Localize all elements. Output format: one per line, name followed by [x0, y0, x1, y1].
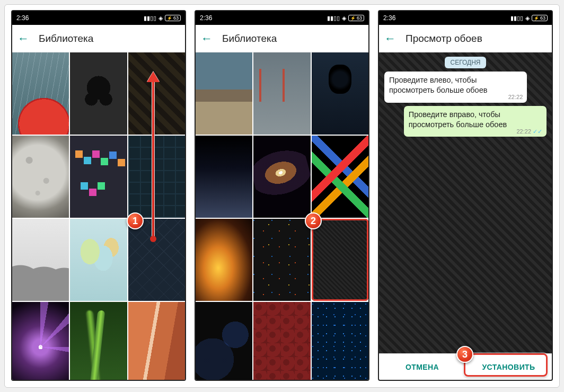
wallpaper-tile[interactable]	[196, 52, 252, 135]
message-text: Проведите влево, чтобы просмотреть больш…	[389, 76, 487, 94]
wallpaper-tile[interactable]	[128, 136, 185, 218]
wallpaper-tile[interactable]	[196, 302, 252, 380]
back-arrow-icon[interactable]: ←	[201, 32, 213, 46]
wallpaper-tile-selected[interactable]	[312, 219, 368, 301]
wallpaper-tile[interactable]	[312, 302, 368, 380]
swipe-up-arrow-icon	[152, 75, 154, 239]
read-ticks-icon: ✓✓	[533, 128, 542, 135]
back-arrow-icon[interactable]: ←	[17, 32, 29, 46]
wallpaper-grid[interactable]	[12, 52, 185, 380]
wallpaper-tile[interactable]	[196, 136, 252, 218]
wallpaper-tile[interactable]	[312, 52, 368, 135]
clock: 2:36	[383, 14, 395, 22]
wallpaper-tile[interactable]	[128, 219, 185, 301]
message-time: 22:22 ✓✓	[516, 128, 542, 135]
wallpaper-tile[interactable]	[70, 136, 127, 218]
clock: 2:36	[200, 14, 212, 22]
phone-screen-2: 2:36 ▮▮▯▯ ◈ 63 ← Библиотека 2	[195, 10, 369, 381]
date-chip: СЕГОДНЯ	[445, 57, 486, 68]
wallpaper-tile[interactable]	[12, 52, 69, 135]
wallpaper-tile[interactable]	[70, 52, 127, 135]
status-bar: 2:36 ▮▮▯▯ ◈ 63	[12, 11, 185, 25]
step-badge-2: 2	[305, 212, 322, 229]
page-title: Библиотека	[222, 33, 277, 44]
phone-screen-1: 2:36 ▮▮▯▯ ◈ 63 ← Библиотека 1	[11, 10, 186, 381]
wallpaper-tile[interactable]	[196, 219, 252, 301]
wallpaper-tile[interactable]	[12, 219, 69, 301]
status-bar: 2:36 ▮▮▯▯ ◈ 63	[196, 11, 368, 25]
battery-indicator: 63	[532, 15, 548, 21]
tutorial-panel: 2:36 ▮▮▯▯ ◈ 63 ← Библиотека 1	[4, 4, 560, 388]
wifi-icon: ◈	[342, 15, 346, 22]
app-bar: ← Библиотека	[12, 25, 185, 52]
wallpaper-tile[interactable]	[70, 302, 127, 380]
wallpaper-tile[interactable]	[253, 136, 310, 218]
battery-indicator: 63	[165, 15, 181, 21]
set-button[interactable]: УСТАНОВИТЬ	[465, 354, 552, 380]
wallpaper-grid[interactable]	[196, 52, 368, 380]
page-title: Библиотека	[39, 33, 93, 44]
wallpaper-preview[interactable]: СЕГОДНЯ Проведите влево, чтобы просмотре…	[379, 52, 552, 380]
wallpaper-tile[interactable]	[70, 219, 127, 301]
step-badge-1: 1	[127, 212, 144, 229]
status-bar: 2:36 ▮▮▯▯ ◈ 63	[379, 11, 552, 25]
battery-indicator: 63	[348, 15, 364, 21]
signal-icon: ▮▮▯▯	[327, 15, 340, 22]
app-bar: ← Просмотр обоев	[379, 25, 552, 52]
wallpaper-tile[interactable]	[12, 302, 69, 380]
clock: 2:36	[16, 14, 29, 22]
outgoing-message: Проведите вправо, чтобы просмотреть боль…	[404, 106, 547, 137]
page-title: Просмотр обоев	[406, 33, 482, 44]
cancel-button[interactable]: ОТМЕНА	[379, 354, 465, 380]
message-time: 22:22	[508, 93, 523, 101]
wifi-icon: ◈	[525, 15, 530, 22]
step-badge-3: 3	[456, 346, 473, 363]
wallpaper-tile[interactable]	[253, 52, 310, 135]
message-text: Проведите вправо, чтобы просмотреть боль…	[409, 110, 507, 129]
chat-preview: СЕГОДНЯ Проведите влево, чтобы просмотре…	[379, 52, 552, 353]
back-arrow-icon[interactable]: ←	[384, 32, 396, 46]
signal-icon: ▮▮▯▯	[510, 15, 523, 22]
wallpaper-tile[interactable]	[12, 136, 69, 218]
wallpaper-tile[interactable]	[312, 136, 368, 218]
wallpaper-tile[interactable]	[128, 302, 185, 380]
wallpaper-tile[interactable]	[253, 302, 310, 380]
app-bar: ← Библиотека	[196, 25, 368, 52]
wallpaper-tile[interactable]	[253, 219, 310, 301]
incoming-message: Проведите влево, чтобы просмотреть больш…	[384, 72, 527, 103]
wifi-icon: ◈	[158, 15, 163, 22]
phone-screen-3: 2:36 ▮▮▯▯ ◈ 63 ← Просмотр обоев СЕГОДНЯ …	[378, 10, 553, 381]
signal-icon: ▮▮▯▯	[144, 15, 156, 22]
